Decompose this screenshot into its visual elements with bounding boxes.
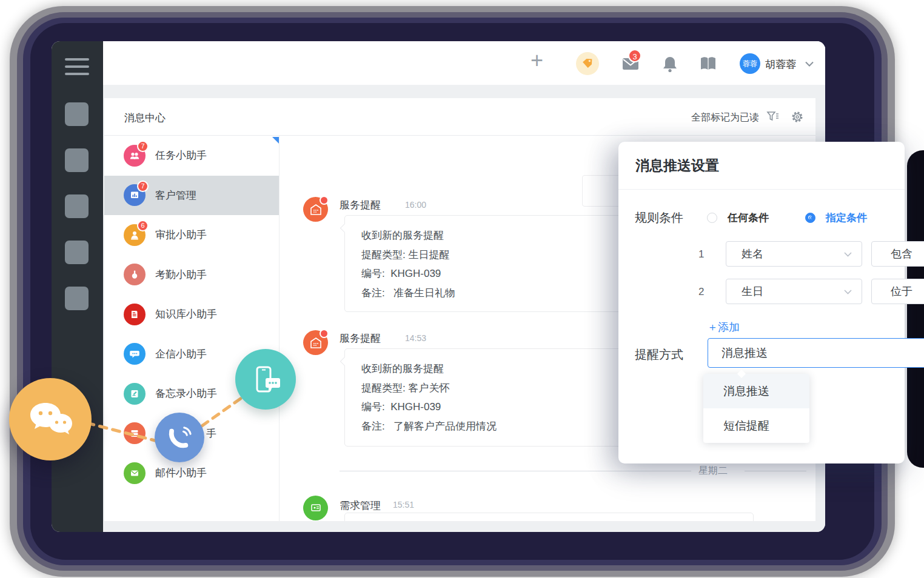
assistant-item-mail[interactable]: 邮件小助手 [104,453,279,493]
knowledge-base-icon [124,304,146,325]
plus-icon: ＋ [707,321,718,333]
settings-gear-icon[interactable] [791,110,804,124]
condition-row-number: 2 [698,286,704,298]
add-condition-label: 添加 [718,321,740,333]
unread-dot [320,329,329,338]
day-divider: 星期二 [280,471,815,472]
unread-badge: 6 [137,220,149,231]
user-avatar[interactable]: 蓉蓉 [740,53,760,74]
chevron-down-icon [844,252,852,257]
day-divider-label: 星期二 [692,465,734,477]
sidebar-module-placeholder[interactable] [65,148,89,172]
field-select[interactable]: 姓名 [726,241,862,267]
remind-method-dropdown: 消息推送 短信提醒 [703,374,809,443]
dropdown-option-push[interactable]: 消息推送 [703,374,809,408]
chevron-down-icon [844,290,852,294]
message-title: 需求管理 [340,499,381,513]
message-title: 服务提醒 [340,198,381,212]
tag-button[interactable] [576,52,599,75]
assistant-list: 7 任务小助手 7 客户管理 6 [104,136,280,521]
radio-any-label[interactable]: 任何条件 [728,211,769,225]
field-select-value: 姓名 [742,247,763,261]
message-card-clipped[interactable] [344,513,754,521]
user-name[interactable]: 胡蓉蓉 [765,58,796,71]
sidebar-module-placeholder[interactable] [65,241,89,264]
message-title: 服务提醒 [340,331,381,345]
assistant-label: 邮件小助手 [155,466,207,480]
tag-icon [581,58,594,70]
radio-specified-condition[interactable] [805,213,815,223]
message-time: 15:51 [393,500,414,510]
assistant-label: 考勤小助手 [155,268,207,282]
popup-title: 消息推送设置 [635,156,719,175]
radio-specified-label[interactable]: 指定条件 [826,211,867,225]
mobile-message-channel-icon [235,349,296,410]
panel-header: 消息中心 全部标记为已读 [104,98,815,136]
operator-select[interactable]: 位于 [871,279,924,304]
field-select-value: 生日 [742,284,763,299]
hamburger-menu-icon[interactable] [65,58,89,80]
operator-select-value: 包含 [891,247,912,261]
operator-select[interactable]: 包含 [871,241,924,267]
assistant-item-knowledge[interactable]: 知识库小助手 [104,294,279,334]
assistant-item-customers[interactable]: 7 客户管理 [104,176,279,216]
top-bar: + 3 蓉蓉 胡蓉蓉 [103,41,825,85]
radio-any-condition[interactable] [707,213,717,223]
add-new-button[interactable]: + [531,48,543,73]
remind-method-label: 提醒方式 [635,347,683,363]
marketing-screenshot: + 3 蓉蓉 胡蓉蓉 消息中心 全部标记为已读 [0,0,924,578]
service-reminder-avatar [303,330,328,355]
assistant-item-approval[interactable]: 6 审批小助手 [104,215,279,255]
assistant-label: 审批小助手 [155,228,207,242]
field-select[interactable]: 生日 [726,279,862,304]
mail-badge: 3 [628,49,641,62]
page-title: 消息中心 [124,111,166,125]
memo-icon [124,383,146,405]
demand-management-avatar [303,496,328,520]
filter-icon[interactable] [766,110,780,124]
condition-row-number: 1 [698,248,704,261]
chevron-down-icon[interactable] [805,61,814,67]
message-time: 14:53 [405,333,426,343]
mark-all-read-button[interactable]: 全部标记为已读 [691,111,759,124]
operator-select-value: 位于 [891,284,912,299]
rule-condition-label: 规则条件 [635,210,683,226]
bell-icon[interactable] [661,55,679,73]
phone-channel-icon [155,413,204,462]
message-time: 16:00 [405,200,426,210]
attendance-icon [124,264,146,285]
wechat-channel-icon [9,378,92,460]
remind-method-select[interactable]: 消息推送 [708,338,924,368]
sidebar-module-placeholder[interactable] [65,194,89,218]
unread-dot [320,196,329,205]
mail-assistant-icon [124,462,146,484]
cards-icon [124,422,146,444]
push-settings-popup: 消息推送设置 规则条件 任何条件 指定条件 1 姓名 包含 2 生日 位于 ＋添… [618,142,905,463]
popup-divider [618,189,905,190]
dropdown-option-sms[interactable]: 短信提醒 [703,408,809,443]
assistant-label: 企信小助手 [155,347,207,361]
book-icon[interactable] [699,55,717,73]
assistant-label: 知识库小助手 [155,307,217,321]
chat-assistant-icon [124,343,146,365]
assistant-item-tasks[interactable]: 7 任务小助手 [104,136,279,176]
unread-badge: 7 [137,181,149,192]
assistant-label: 备忘录小助手 [155,387,217,400]
unread-badge: 7 [137,141,149,152]
assistant-item-attendance[interactable]: 考勤小助手 [104,255,279,295]
service-reminder-avatar [303,197,328,222]
add-condition-button[interactable]: ＋添加 [707,320,740,334]
phone-mockup-edge [907,150,924,468]
sidebar-module-placeholder[interactable] [65,102,89,126]
assistant-label: 手 [206,427,216,440]
sidebar-module-placeholder[interactable] [65,287,89,310]
assistant-label: 客户管理 [155,188,196,202]
assistant-label: 任务小助手 [155,148,207,162]
